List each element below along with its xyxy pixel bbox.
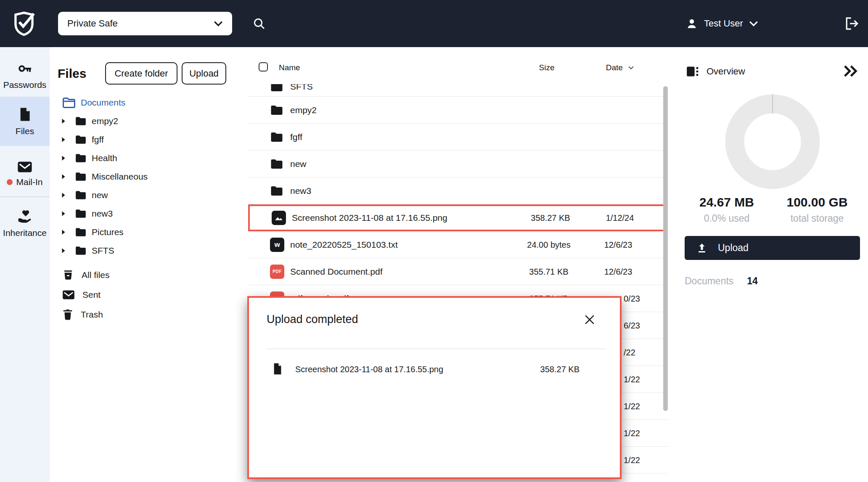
app-logo-shield-icon [12,10,36,37]
file-row[interactable]: PDF Scanned Document.pdf 355.71 KB 12/6/… [248,258,668,285]
tree-item-folder[interactable]: new3 [50,204,248,223]
top-bar: Private Safe Test User [0,0,868,47]
safe-selector-dropdown[interactable]: Private Safe [58,12,232,35]
nav-item-inheritance[interactable]: Inheritance [0,203,50,245]
uploaded-file-size: 358.27 KB [540,365,580,374]
tree-item-label: new3 [92,209,113,219]
close-icon[interactable] [584,314,596,326]
pdf-file-icon: PDF [270,265,284,279]
storage-total-value: 100.00 GB [773,195,861,209]
nav-label: Passwords [3,80,47,90]
chevron-down-icon [749,21,758,26]
folder-icon [75,153,87,163]
chevron-down-icon [214,21,223,26]
file-row[interactable]: new3 [248,177,668,204]
uploaded-file-row: Screenshot 2023-11-08 at 17.16.55.png 35… [249,359,620,379]
envelope-icon [62,290,75,300]
tree-item-label: Miscellaneous [92,172,148,182]
file-date-fragment: 1/22 [624,455,640,465]
app-window: Private Safe Test User [0,0,868,482]
upload-completed-modal: Upload completed Screenshot 2023-11-08 a… [247,296,622,479]
create-folder-button[interactable]: Create folder [105,62,177,85]
caret-right-icon[interactable] [61,211,66,217]
user-icon [685,17,698,30]
nav-item-files[interactable]: Files [0,97,50,146]
folder-icon [75,227,87,237]
text-file-icon: w [270,238,284,252]
envelope-icon [17,161,32,173]
tree-item-label: empy2 [92,116,118,126]
file-name: new3 [290,186,311,196]
tree-item-folder[interactable]: fgff [50,130,248,149]
user-menu[interactable]: Test User [685,0,758,47]
file-row[interactable]: fgff [248,124,668,151]
file-name: empy2 [290,105,317,115]
image-file-icon [272,211,286,225]
logout-icon[interactable] [844,17,859,30]
panel-upload-label: Upload [718,242,749,254]
tree-item-label: Trash [81,310,103,320]
modal-divider [267,349,606,349]
panel-upload-button[interactable]: Upload [685,236,860,260]
nav-item-passwords[interactable]: Passwords [0,55,50,97]
modal-title: Upload completed [267,313,358,326]
caret-right-icon[interactable] [61,192,66,198]
tree-item-folder[interactable]: Miscellaneous [50,167,248,186]
tree-link-sent[interactable]: Sent [50,285,248,305]
column-header-date[interactable]: Date [590,63,649,72]
storage-used-stat: 24.67 MB 0.0% used [685,195,769,224]
tree-item-folder[interactable]: new [50,186,248,204]
file-icon [18,107,32,122]
caret-right-icon[interactable] [61,118,66,124]
caret-right-icon[interactable] [61,248,66,254]
tree-item-folder[interactable]: empy2 [50,112,248,130]
vertical-scrollbar[interactable] [663,86,668,411]
upload-button[interactable]: Upload [182,62,226,85]
file-date: 12/6/23 [589,240,648,249]
nav-item-mailin[interactable]: Mail-In [0,153,50,195]
storage-donut-chart [722,91,823,192]
file-date-fragment: /22 [624,347,635,357]
folder-icon [270,185,283,196]
tree-root-documents[interactable]: Documents [50,93,248,112]
tree-link-all-files[interactable]: All files [50,265,248,285]
file-name: fgff [290,132,302,142]
file-date-fragment: 1/22 [624,374,640,384]
folder-icon [270,84,283,93]
file-list-header: Name Size Date [248,47,668,84]
file-size: 355.71 KB [517,267,580,276]
caret-right-icon[interactable] [61,155,66,161]
nav-label: Inheritance [3,228,47,238]
tree-item-folder[interactable]: Pictures [50,223,248,241]
nav-rail: Passwords Files Mail-In In [0,47,50,482]
tree-link-trash[interactable]: Trash [50,305,248,324]
collapse-panel-icon[interactable] [842,65,858,77]
folder-open-icon [62,97,76,109]
key-icon [18,61,32,76]
folder-icon [270,104,283,116]
tree-item-folder[interactable]: Health [50,149,248,167]
caret-right-icon[interactable] [61,137,66,143]
folder-icon [75,116,87,126]
folder-icon [270,158,283,169]
file-row[interactable]: w note_20220525_150103.txt 24.00 bytes 1… [248,231,668,258]
file-name: Screenshot 2023-11-08 at 17.16.55.png [292,213,447,223]
search-icon[interactable] [252,17,266,30]
column-header-size[interactable]: Size [515,63,578,72]
file-row-highlighted[interactable]: Screenshot 2023-11-08 at 17.16.55.png 35… [248,204,668,231]
file-row-partial[interactable]: SFTS [248,84,668,97]
nav-label: Mail-In [16,177,42,187]
upload-icon [696,243,707,254]
file-date: 12/6/23 [589,267,648,276]
tree-item-folder[interactable]: SFTS [50,241,248,260]
folder-icon [75,190,87,200]
caret-right-icon[interactable] [61,174,66,180]
column-header-name[interactable]: Name [279,63,300,72]
tree-item-label: Pictures [92,227,124,237]
file-row[interactable]: new [248,151,668,177]
select-all-checkbox[interactable] [259,62,268,72]
file-date-fragment: 1/22 [624,401,640,411]
file-row[interactable]: empy2 [248,97,668,124]
caret-right-icon[interactable] [61,229,66,235]
documents-count-line: Documents 14 [685,275,758,287]
